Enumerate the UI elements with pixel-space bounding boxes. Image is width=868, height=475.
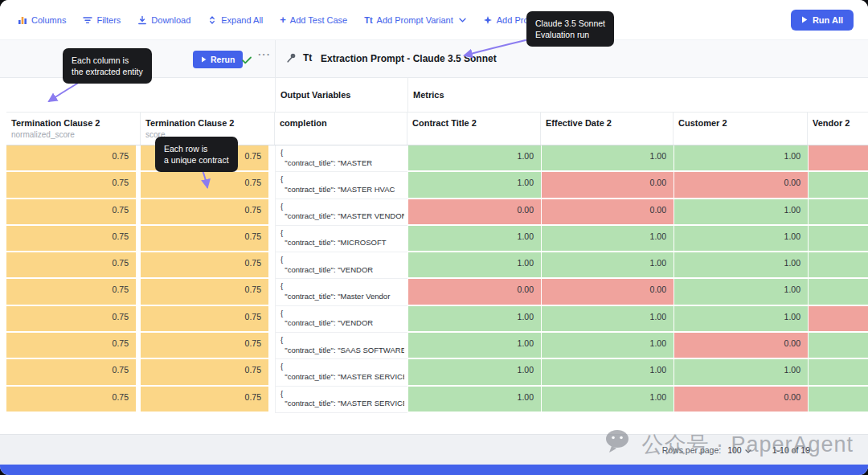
score-cell[interactable]: 0.75 xyxy=(141,387,275,413)
download-icon xyxy=(137,15,147,25)
customer-cell[interactable]: 0.00 xyxy=(674,172,808,199)
contract-title-cell[interactable]: 1.00 xyxy=(407,172,541,199)
table-row: 0.750.75{ "contract_title": "SAAS SOFTWA… xyxy=(6,333,868,359)
completion-cell[interactable]: { "contract_title": "SAAS SOFTWARE xyxy=(275,333,407,359)
contract-title-cell[interactable]: 1.00 xyxy=(407,333,541,359)
customer-cell[interactable]: 0.00 xyxy=(674,387,808,413)
toolbar-download-button[interactable]: Download xyxy=(137,15,190,25)
completion-line: { xyxy=(280,281,404,292)
score-cell[interactable]: 0.75 xyxy=(141,199,275,226)
vendor-cell[interactable] xyxy=(808,226,868,252)
table-row: 0.750.75{ "contract_title": "MASTER1.001… xyxy=(6,145,868,172)
completion-cell[interactable]: { "contract_title": "VENDOR xyxy=(275,306,407,333)
contract-title-cell[interactable]: 1.00 xyxy=(407,252,541,279)
completion-line: { xyxy=(280,148,404,158)
more-options-button[interactable]: ··· xyxy=(258,48,271,60)
run-all-button[interactable]: Run All xyxy=(791,10,854,31)
vendor-cell[interactable] xyxy=(808,387,868,413)
column-title: Effective Date 2 xyxy=(546,118,666,128)
contract-title-cell[interactable]: 1.00 xyxy=(407,226,541,252)
effective-date-cell[interactable]: 1.00 xyxy=(541,252,674,279)
completion-cell[interactable]: { "contract_title": "VENDOR xyxy=(275,252,407,279)
score-cell[interactable]: 0.75 xyxy=(141,279,275,305)
completion-cell[interactable]: { "contract_title": "MASTER SERVICES xyxy=(275,359,407,386)
toolbar-add-test-case-button[interactable]: + Add Test Case xyxy=(280,15,347,25)
customer-cell[interactable]: 1.00 xyxy=(674,279,808,305)
customer-cell[interactable]: 1.00 xyxy=(674,252,808,279)
contract-title-cell[interactable]: 1.00 xyxy=(407,387,541,413)
completion-cell[interactable]: { "contract_title": "MASTER VENDOR xyxy=(275,199,407,226)
effective-date-cell[interactable]: 1.00 xyxy=(541,306,674,333)
effective-date-cell[interactable]: 1.00 xyxy=(541,359,674,386)
play-icon xyxy=(801,15,808,25)
normalized-score-cell[interactable]: 0.75 xyxy=(6,145,141,172)
toolbar-columns-button[interactable]: Columns xyxy=(18,15,66,25)
effective-date-cell[interactable]: 1.00 xyxy=(541,226,674,252)
group-header-metrics: Metrics xyxy=(407,78,868,112)
customer-cell[interactable]: 1.00 xyxy=(674,199,808,226)
toolbar-add-prompt-variant-button[interactable]: Tt Add Prompt Variant xyxy=(364,15,466,25)
contract-title-cell[interactable]: 1.00 xyxy=(407,359,541,386)
completion-cell[interactable]: { "contract_title": "MASTER xyxy=(275,145,407,172)
customer-cell[interactable]: 0.00 xyxy=(674,333,808,359)
score-cell[interactable]: 0.75 xyxy=(141,172,275,199)
vendor-cell[interactable] xyxy=(808,279,868,305)
vendor-cell[interactable] xyxy=(808,172,868,199)
customer-cell[interactable]: 1.00 xyxy=(674,226,808,252)
normalized-score-cell[interactable]: 0.75 xyxy=(6,387,141,413)
completion-cell[interactable]: { "contract_title": "MICROSOFT xyxy=(275,226,407,252)
column-header-completion[interactable]: completion xyxy=(275,113,407,145)
main-toolbar: Columns Filters Download Expand All + Ad… xyxy=(0,0,868,40)
vendor-cell[interactable] xyxy=(808,252,868,279)
completion-cell[interactable]: { "contract_title": "MASTER SERVICES xyxy=(275,387,407,413)
toolbar-expand-all-button[interactable]: Expand All xyxy=(207,15,263,25)
column-header-vendor[interactable]: Vendor 2 xyxy=(808,113,868,145)
table-column-header-row: Termination Clause 2 normalized_score Te… xyxy=(6,113,868,145)
column-header-termination-normalized-score[interactable]: Termination Clause 2 normalized_score xyxy=(6,113,141,145)
normalized-score-cell[interactable]: 0.75 xyxy=(6,359,141,386)
completion-cell[interactable]: { "contract_title": "MASTER HVAC xyxy=(275,172,407,199)
divider xyxy=(275,40,276,77)
column-header-contract-title[interactable]: Contract Title 2 xyxy=(407,113,541,145)
completion-line: "contract_title": "MASTER HVAC xyxy=(280,185,404,195)
column-header-effective-date[interactable]: Effective Date 2 xyxy=(541,113,674,145)
contract-title-cell[interactable]: 1.00 xyxy=(407,306,541,333)
column-header-customer[interactable]: Customer 2 xyxy=(674,113,808,145)
vendor-cell[interactable] xyxy=(808,199,868,226)
pin-icon[interactable] xyxy=(286,52,297,67)
normalized-score-cell[interactable]: 0.75 xyxy=(6,333,141,359)
score-cell[interactable]: 0.75 xyxy=(141,306,275,333)
completion-line: "contract_title": "SAAS SOFTWARE xyxy=(280,346,404,356)
vendor-cell[interactable] xyxy=(808,306,868,333)
contract-title-cell[interactable]: 0.00 xyxy=(407,199,541,226)
contract-title-cell[interactable]: 0.00 xyxy=(407,279,541,305)
score-cell[interactable]: 0.75 xyxy=(141,252,275,279)
customer-cell[interactable]: 1.00 xyxy=(674,145,808,172)
prompt-type-icon: Tt xyxy=(303,52,312,63)
vendor-cell[interactable] xyxy=(808,359,868,386)
effective-date-cell[interactable]: 1.00 xyxy=(541,387,674,413)
customer-cell[interactable]: 1.00 xyxy=(674,359,808,386)
check-icon[interactable] xyxy=(242,53,252,68)
effective-date-cell[interactable]: 0.00 xyxy=(541,279,674,305)
normalized-score-cell[interactable]: 0.75 xyxy=(6,226,141,252)
completion-cell[interactable]: { "contract_title": "Master Vendor xyxy=(275,279,407,305)
effective-date-cell[interactable]: 1.00 xyxy=(541,333,674,359)
score-cell[interactable]: 0.75 xyxy=(141,333,275,359)
vendor-cell[interactable] xyxy=(808,333,868,359)
normalized-score-cell[interactable]: 0.75 xyxy=(6,172,141,199)
normalized-score-cell[interactable]: 0.75 xyxy=(6,252,141,279)
rerun-button[interactable]: Rerun xyxy=(193,51,243,68)
customer-cell[interactable]: 1.00 xyxy=(674,306,808,333)
effective-date-cell[interactable]: 0.00 xyxy=(541,172,674,199)
vendor-cell[interactable] xyxy=(808,145,868,172)
effective-date-cell[interactable]: 0.00 xyxy=(541,199,674,226)
normalized-score-cell[interactable]: 0.75 xyxy=(6,306,141,333)
normalized-score-cell[interactable]: 0.75 xyxy=(6,279,141,305)
normalized-score-cell[interactable]: 0.75 xyxy=(6,199,141,226)
effective-date-cell[interactable]: 1.00 xyxy=(541,145,674,172)
contract-title-cell[interactable]: 1.00 xyxy=(407,145,541,172)
toolbar-filters-button[interactable]: Filters xyxy=(83,15,121,25)
score-cell[interactable]: 0.75 xyxy=(141,226,275,252)
score-cell[interactable]: 0.75 xyxy=(141,359,275,386)
